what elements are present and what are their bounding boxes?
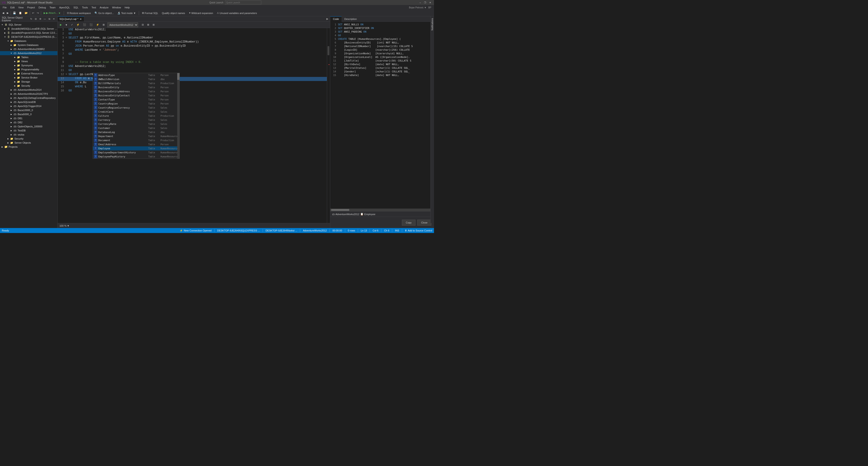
menu-analyze[interactable]: Analyze xyxy=(98,6,110,9)
tree-aw2012-servicebroker[interactable]: ▶ 📁 Service Broker xyxy=(0,76,57,80)
results-option-2[interactable]: ⊞ xyxy=(146,22,151,27)
tree-apexsql-defrag[interactable]: ▶ 🗃 ApexSQLDefragCentralRepository xyxy=(0,96,57,100)
menu-project[interactable]: Project xyxy=(25,6,37,9)
ac-item-businessentityaddress[interactable]: T BusinessEntityAddress Table Person xyxy=(93,89,180,93)
menu-team[interactable]: Team xyxy=(48,6,57,9)
database-selector[interactable]: AdventureWorks2012 xyxy=(107,22,138,27)
quick-launch-input[interactable] xyxy=(225,0,261,4)
menu-file[interactable]: File xyxy=(1,6,8,9)
results-grid[interactable]: ⊞ xyxy=(101,22,106,27)
tree-baza10000[interactable]: ▶ 🗃 Baza10000_0 xyxy=(0,108,57,112)
menu-sql[interactable]: SQL xyxy=(72,6,80,9)
tree-testdb[interactable]: ▶ 🗃 TestDB xyxy=(0,128,57,133)
tab-description[interactable]: Description xyxy=(342,16,360,22)
ac-item-currencyrate[interactable]: T CurrencyRate Table Sales xyxy=(93,122,180,126)
restore-workspace-button[interactable]: ⊡ Restore workspace xyxy=(66,11,92,16)
ac-item-creditcard[interactable]: T CreditCard Table Sales xyxy=(93,110,180,114)
ac-item-businessentitycontact[interactable]: T BusinessEntityContact Table Person xyxy=(93,93,180,97)
test-mode-button[interactable]: 🔬 Test mode ▼ xyxy=(116,11,137,16)
parse-button[interactable]: ⚡ xyxy=(75,22,81,27)
tree-aw2012-external[interactable]: ▶ 📁 External Resources xyxy=(0,71,57,76)
ac-item-awbuild[interactable]: T AWBuildVersion Table dbo xyxy=(93,77,180,81)
editor-scrollbar[interactable] xyxy=(327,28,330,223)
tree-databases-folder[interactable]: ▼ 📁 Databases xyxy=(0,39,57,43)
tree-baza5000[interactable]: ▶ 🗃 Baza5000_0 xyxy=(0,112,57,116)
ac-item-businessentity[interactable]: T BusinessEntity Table Person xyxy=(93,85,180,89)
connect-button[interactable]: ⬛ xyxy=(88,22,94,27)
toolbar-savemulti[interactable]: 📋 xyxy=(18,11,23,16)
tree-aw2012[interactable]: ▼ 🗃 AdventureWorks2012 xyxy=(0,51,57,55)
source-control-status[interactable]: ⬆ Add to Source Control xyxy=(405,229,432,232)
tree-localdb-projects[interactable]: ▶ 🗄 (localdb)\ProjectsV13 (SQL Server 13… xyxy=(0,31,57,35)
ac-item-databaselog[interactable]: T DatabaseLog Table dbo xyxy=(93,130,180,134)
ac-item-contacttype[interactable]: T ContactType Table Person xyxy=(93,97,180,101)
results-option-3[interactable]: ⊞ xyxy=(151,22,156,27)
menu-debug[interactable]: Debug xyxy=(37,6,48,9)
tree-optim[interactable]: ▶ 🗃 OptimObjects_100000 xyxy=(0,124,57,128)
toolbar-undo[interactable]: ↩ xyxy=(31,11,35,16)
tree-projects[interactable]: ▶ 📁 Projects xyxy=(0,145,57,149)
ac-item-addresstype[interactable]: T AddressType Table Person xyxy=(93,73,180,77)
ac-item-employeepayhistory[interactable]: T EmployeePayHistory Table HumanResource… xyxy=(93,154,180,158)
tree-security[interactable]: ▶ 📁 Security xyxy=(0,137,57,141)
ac-item-billofmaterials[interactable]: T BillOfMaterials Table Production xyxy=(93,81,180,85)
panel-settings[interactable]: ⚙ xyxy=(38,17,42,21)
menu-apexsql[interactable]: ApexSQL xyxy=(57,6,72,9)
panel-filter[interactable]: ⊟ xyxy=(34,17,37,21)
menu-edit[interactable]: Edit xyxy=(8,6,17,9)
tab-close-button[interactable]: ✕ xyxy=(79,18,82,21)
restore-button[interactable]: ❐ xyxy=(423,0,427,4)
tab-scroll-right[interactable]: ▶ xyxy=(324,18,330,20)
tree-sql-server[interactable]: ▼ 🖥 SQL Server xyxy=(0,23,57,27)
autocomplete-scrollbar[interactable] xyxy=(177,73,180,158)
menu-tools[interactable]: Tools xyxy=(80,6,90,9)
tree-server-objects[interactable]: ▶ 📁 Server Objects xyxy=(0,141,57,145)
tree-aw2014[interactable]: ▶ 🗃 AdventureWorks2014 xyxy=(0,88,57,92)
notifications-label[interactable]: Notifications xyxy=(431,17,434,31)
wildcard-button[interactable]: ✦ Wildcard expansion xyxy=(187,11,215,16)
menu-test[interactable]: Test xyxy=(90,6,98,9)
run-dropdown[interactable]: ▼ xyxy=(64,22,69,27)
attach-button[interactable]: ▶ ▶ Attach... ▼ xyxy=(42,11,62,16)
results-option-1[interactable]: ⊟ xyxy=(141,22,145,27)
ac-item-employee[interactable]: T Employee Table HumanResources xyxy=(93,146,180,150)
unused-vars-button[interactable]: ⚠ Unused variables and parameters xyxy=(215,11,258,16)
tree-vezba[interactable]: ▶ 🗃 vezba xyxy=(0,133,57,137)
disconnect-button[interactable]: ⚡ xyxy=(95,22,101,27)
qualify-names-button[interactable]: Qualify object names xyxy=(160,11,186,16)
cancel-query[interactable]: ⬛ xyxy=(82,22,88,27)
check-syntax[interactable]: ✓ xyxy=(70,22,74,27)
panel-refresh[interactable]: ↻ xyxy=(29,17,33,21)
close-button[interactable]: ✕ xyxy=(428,0,432,4)
tree-aw2008[interactable]: ▶ 🗃 AdventureWorks2008R2 xyxy=(0,47,57,51)
panel-float[interactable]: ⧉ xyxy=(48,17,51,21)
copy-button[interactable]: Copy xyxy=(402,220,415,226)
close-button[interactable]: Close xyxy=(417,220,431,226)
menu-help[interactable]: Help xyxy=(123,6,131,9)
ac-item-currency[interactable]: T Currency Table Sales xyxy=(93,118,180,122)
toolbar-forward[interactable]: ▶ xyxy=(5,11,10,16)
tree-aw2012-synonyms[interactable]: ▶ 📁 Synonyms xyxy=(0,63,57,67)
tree-apexsql-test[interactable]: ▶ 🗃 ApexSQLtestDB xyxy=(0,100,57,104)
goto-object-button[interactable]: 🔍 Go to object... xyxy=(93,11,115,16)
run-button[interactable]: ▶ xyxy=(59,22,63,27)
tab-sqlquery1[interactable]: SQLQuery1.sql * ✕ xyxy=(58,16,84,22)
tree-localdb-mssql[interactable]: ▶ 🗄 (localdb)\MSSQLLocalDB (SQL Server 1… xyxy=(0,27,57,31)
menu-window[interactable]: Window xyxy=(110,6,123,9)
right-hscrollbar[interactable] xyxy=(330,209,434,211)
minimize-button[interactable]: – xyxy=(418,0,422,4)
tab-code[interactable]: Code xyxy=(330,16,342,22)
tree-aw2012-programmability[interactable]: ▶ 📁 Programmability xyxy=(0,67,57,71)
toolbar-save[interactable]: 💾 xyxy=(11,11,18,16)
toolbar-open[interactable]: 📂 xyxy=(23,11,29,16)
ac-item-emailaddress[interactable]: T EmailAddress Table Person xyxy=(93,142,180,146)
tree-aw2016[interactable]: ▶ 🗃 AdventureWorks2016CTP3 xyxy=(0,92,57,96)
menu-view[interactable]: View xyxy=(17,6,26,9)
ac-item-employeedepthistory[interactable]: T EmployeeDepartmentHistory Table HumanR… xyxy=(93,150,180,154)
ac-item-department[interactable]: T Department Table HumanResources xyxy=(93,134,180,138)
tree-aw2012-storage[interactable]: ▶ 📁 Storage xyxy=(0,80,57,84)
tree-aw2012-views[interactable]: ▶ 📁 Views xyxy=(0,59,57,63)
toolbar-redo[interactable]: ↪ xyxy=(35,11,40,16)
ac-item-document[interactable]: T Document Table Production xyxy=(93,138,180,142)
toolbar-back[interactable]: ◀ xyxy=(1,11,5,16)
